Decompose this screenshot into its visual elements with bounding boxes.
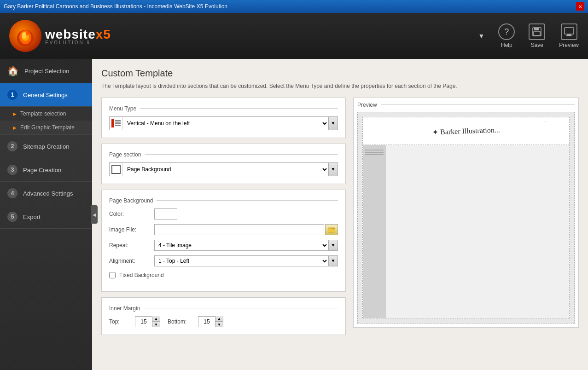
fixed-background-row: Fixed Background [109, 272, 338, 278]
fixed-background-label: Fixed Background [119, 272, 164, 278]
menu-type-select[interactable]: Vertical - Menu on the left Horizontal -… [122, 117, 328, 130]
bottom-increment-button[interactable]: ▲ [215, 316, 223, 322]
preview-content [386, 145, 569, 318]
alignment-select[interactable]: 1 - Top - Left 2 - Top - Center 3 - Top … [155, 256, 328, 266]
inner-margin-section: Inner Margin Top: 15 ▲ ▼ [101, 297, 346, 335]
content-area: Custom Template The Template layout is d… [92, 59, 588, 370]
help-button[interactable]: ? Help [498, 23, 515, 48]
color-swatch-button[interactable] [154, 208, 177, 220]
logo-x5: x5 [96, 27, 111, 41]
page-section-dropdown[interactable]: Page Background Header Footer Content Ar… [109, 162, 338, 176]
alignment-label: Alignment: [109, 258, 151, 264]
sidebar-item-sitemap-label: Sitemap Creation [23, 143, 69, 150]
page-description: The Template layout is divided into sect… [101, 82, 579, 90]
help-label: Help [501, 42, 512, 48]
preview-header: ✦ Barker Illustration... · · · [363, 117, 569, 145]
arrow-icon-edit: ▶ [13, 125, 17, 130]
save-button[interactable]: Save [529, 23, 545, 48]
help-icon: ? [498, 23, 515, 40]
sidebar-item-page-creation[interactable]: 3 Page Creation [0, 158, 92, 182]
bottom-margin-field: Bottom: 15 ▲ ▼ [168, 316, 223, 327]
image-file-row: Image File: [109, 224, 338, 235]
sidebar-item-edit-graphic-template-label: Edit Graphic Template [20, 124, 75, 131]
bottom-spinner-buttons: ▲ ▼ [215, 316, 223, 327]
two-column-layout: Menu Type [101, 98, 579, 341]
home-icon: 🏠 [7, 65, 19, 76]
alignment-dropdown-arrow[interactable]: ▼ [328, 256, 338, 266]
svg-rect-12 [328, 228, 331, 229]
svg-rect-9 [567, 34, 571, 35]
preview-sidebar [363, 145, 386, 318]
logo-icon [9, 20, 41, 52]
alignment-row: Alignment: 1 - Top - Left 2 - Top - Cent… [109, 255, 338, 266]
repeat-select[interactable]: 1 - No repeat 2 - Repeat horizontally 3 … [155, 240, 328, 250]
menu-type-dropdown[interactable]: Vertical - Menu on the left Horizontal -… [109, 116, 338, 130]
svg-rect-7 [534, 32, 540, 35]
page-background-section: Page Background Color: Image File: [101, 190, 346, 292]
dropdown-arrow-button[interactable]: ▼ [478, 32, 484, 40]
preview-title: Preview [357, 102, 575, 108]
page-section-select[interactable]: Page Background Header Footer Content Ar… [122, 163, 328, 176]
preview-label: Preview [559, 42, 579, 48]
sidebar-item-template-selection[interactable]: ▶ Template selection [0, 107, 92, 121]
save-icon [529, 23, 545, 40]
preview-panel: Preview ✦ Barker Illustration... · · [353, 98, 579, 328]
bottom-spinner: 15 ▲ ▼ [198, 316, 223, 327]
sidebar-item-sitemap-creation[interactable]: 2 Sitemap Creation [0, 135, 92, 158]
page-section-label: Page section [109, 151, 338, 158]
svg-rect-10 [566, 35, 572, 36]
fixed-background-checkbox[interactable] [109, 272, 116, 278]
sidebar-item-general-settings[interactable]: 1 General Settings [0, 83, 92, 107]
image-file-input[interactable] [154, 224, 324, 235]
page-background-section-label: Page Background [109, 197, 338, 204]
page-section-dropdown-arrow[interactable]: ▼ [328, 163, 338, 176]
bottom-decrement-button[interactable]: ▼ [215, 322, 223, 327]
file-browse-button[interactable] [325, 224, 338, 235]
page-section-icon-area [110, 163, 122, 176]
right-column: Preview ✦ Barker Illustration... · · [353, 98, 579, 341]
header: websitex5 EVOLUTION 9 ▼ ? Help Save Prev… [0, 13, 588, 59]
sidebar-item-advanced-settings-label: Advanced Settings [23, 190, 73, 197]
inner-margin-section-label: Inner Margin [109, 305, 338, 312]
top-decrement-button[interactable]: ▼ [152, 322, 160, 327]
preview-button[interactable]: Preview [559, 23, 579, 48]
logo-text-area: websitex5 EVOLUTION 9 [45, 27, 111, 45]
file-input-row [154, 224, 338, 235]
top-increment-button[interactable]: ▲ [152, 316, 160, 322]
sidebar-item-number-2: 2 [7, 141, 17, 151]
color-row: Color: [109, 208, 338, 220]
sidebar-item-export-label: Export [23, 214, 41, 220]
sidebar-item-number-3: 3 [7, 165, 17, 175]
page-title-area: Custom Template The Template layout is d… [101, 68, 579, 90]
arrow-icon-template: ▶ [13, 111, 17, 116]
svg-point-4 [26, 32, 29, 35]
logo-area: websitex5 EVOLUTION 9 [9, 20, 111, 52]
top-value-input[interactable]: 15 [135, 317, 152, 327]
menu-type-section-label: Menu Type [109, 105, 338, 112]
sidebar: 🏠 Project Selection 1 General Settings ▶… [0, 59, 92, 370]
sidebar-collapse-button[interactable]: ◀ [91, 205, 98, 224]
svg-rect-6 [534, 28, 539, 30]
repeat-dropdown-arrow[interactable]: ▼ [328, 240, 338, 250]
menu-type-dropdown-arrow[interactable]: ▼ [328, 117, 338, 130]
sidebar-item-advanced-settings[interactable]: 4 Advanced Settings [0, 182, 92, 205]
sidebar-item-export[interactable]: 5 Export [0, 205, 92, 229]
titlebar: Gary Barker Political Cartoons and Busin… [0, 0, 588, 13]
titlebar-close-button[interactable]: ✕ [576, 2, 584, 11]
preview-canvas: ✦ Barker Illustration... · · · [357, 112, 575, 324]
svg-rect-8 [565, 28, 574, 34]
page-section-box: Page section Page Background Header Foot… [101, 144, 346, 184]
titlebar-title: Gary Barker Political Cartoons and Busin… [4, 3, 227, 10]
top-margin-field: Top: 15 ▲ ▼ [109, 316, 160, 327]
header-actions: ▼ ? Help Save Preview [478, 23, 579, 48]
top-label: Top: [109, 318, 132, 325]
main-layout: 🏠 Project Selection 1 General Settings ▶… [0, 59, 588, 370]
sidebar-item-number-4: 4 [7, 188, 17, 198]
sidebar-item-edit-graphic-template[interactable]: ▶ Edit Graphic Template [0, 121, 92, 134]
preview-inner: ✦ Barker Illustration... · · · [362, 117, 570, 318]
top-spinner: 15 ▲ ▼ [135, 316, 160, 327]
bottom-value-input[interactable]: 15 [198, 317, 215, 327]
bottom-label: Bottom: [168, 318, 195, 325]
preview-icon [561, 23, 577, 40]
sidebar-item-project-selection[interactable]: 🏠 Project Selection [0, 59, 92, 83]
